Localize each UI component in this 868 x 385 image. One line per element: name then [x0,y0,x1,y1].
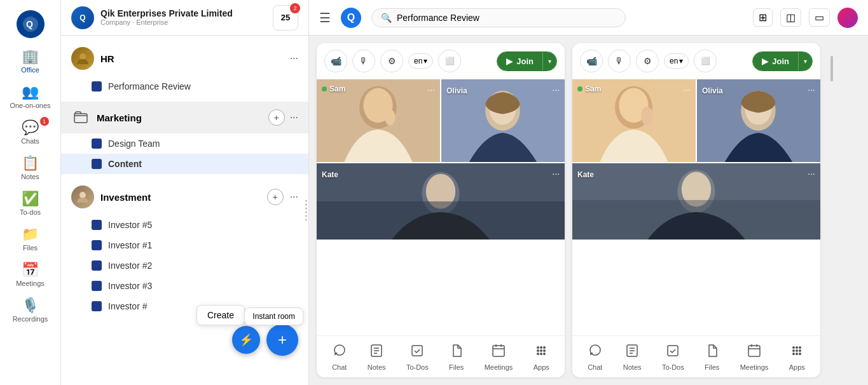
bottom-chat-2[interactable]: Chat [588,344,602,371]
search-input[interactable] [397,13,616,23]
bottom-todos-2[interactable]: To-Dos [662,344,684,371]
chats-icon: 💬 [22,119,39,136]
marketing-add-button[interactable]: + [268,109,285,126]
channel-investor3[interactable]: Investor #3 [61,276,308,296]
top-bar: ☰ Q 🔍 ⊞ ◫ ▭ [309,0,868,36]
mic-button-1[interactable]: 🎙 [352,50,375,72]
language-button-2[interactable]: en ▾ [664,53,689,69]
svg-rect-52 [748,346,760,356]
svg-point-63 [796,353,798,355]
bottom-files-2[interactable]: Files [705,344,719,371]
join-caret-1[interactable]: ▾ [542,52,556,71]
channel-performance-review[interactable]: Performance Review [61,76,308,97]
channel-design-team[interactable]: Design Team [61,133,308,154]
instant-room-button[interactable]: ⚡ [232,326,260,354]
video-cell-kate-1: Kate ··· [317,163,565,240]
investment-add-button[interactable]: + [267,189,284,205]
bottom-meetings-1[interactable]: Meetings [485,344,513,371]
marketing-group-name: Marketing [97,112,262,123]
captions-button-2[interactable]: ⬜ [694,50,717,72]
channel-name-investor2: Investor #2 [108,260,152,271]
channel-investor1[interactable]: Investor #1 [61,235,308,255]
investment-more-button[interactable]: ··· [290,191,298,203]
files-label-1: Files [449,363,464,371]
camera-icon-1: 📹 [331,56,341,66]
files-icon-1 [450,344,464,361]
kate-more-2[interactable]: ··· [808,168,815,179]
sam-more-2[interactable]: ··· [683,84,691,95]
video-grid-2: Sam ··· Olivia [572,79,820,335]
single-view-button[interactable]: ▭ [809,8,830,27]
office-icon: 🏢 [22,48,39,65]
app-logo[interactable]: Q [17,10,45,38]
bottom-meetings-2[interactable]: Meetings [740,344,769,371]
files-icon-2 [705,344,719,361]
nav-item-one-on-ones[interactable]: 👥 One-on-ones [2,79,59,114]
bottom-apps-1[interactable]: Apps [534,344,549,371]
rooms-area: 📹 🎙 ⚙ en ▾ ⬜ [309,36,868,385]
room-bottom-1: Chat Notes To-Dos [317,335,565,377]
mic-icon-1: 🎙 [359,56,368,66]
sidebar: Q Qik Enterprises Private Limited Compan… [61,0,309,385]
svg-point-27 [540,346,542,349]
svg-point-32 [537,353,539,355]
join-button-2[interactable]: ▶ Join [753,52,798,71]
nav-item-todos[interactable]: ✅ To-dos [2,186,59,221]
nav-label-one-on-ones: One-on-ones [10,102,50,109]
add-fab-button[interactable]: + [266,324,298,356]
join-caret-2[interactable]: ▾ [798,52,812,71]
olivia-more-1[interactable]: ··· [552,84,560,95]
channel-content[interactable]: Content [61,154,308,174]
bottom-notes-2[interactable]: Notes [623,344,642,371]
group-hr[interactable]: HR ··· [61,41,308,76]
svg-point-34 [543,353,546,355]
nav-item-files[interactable]: 📁 Files [2,221,59,257]
calendar-button[interactable]: 25 2 [273,5,298,30]
svg-point-4 [79,192,86,198]
join-button-1[interactable]: ▶ Join [497,52,542,71]
channel-name-performance-review: Performance Review [108,81,191,91]
sam-more-1[interactable]: ··· [427,84,435,95]
kate-more-1[interactable]: ··· [552,168,560,179]
captions-button-1[interactable]: ⬜ [438,50,461,72]
bottom-notes-1[interactable]: Notes [368,344,386,371]
bottom-apps-2[interactable]: Apps [789,344,805,371]
user-avatar[interactable] [837,8,858,28]
bottom-todos-1[interactable]: To-Dos [406,344,429,371]
channel-investor5[interactable]: Investor #5 [61,215,308,235]
hamburger-button[interactable]: ☰ [319,10,331,25]
marketing-more-button[interactable]: ··· [290,112,298,123]
settings-button-1[interactable]: ⚙ [380,50,403,72]
svg-rect-22 [493,346,504,356]
svg-point-61 [799,349,801,352]
channel-investor2[interactable]: Investor #2 [61,255,308,276]
channel-name-investor3: Investor #3 [108,281,152,291]
mic-button-2[interactable]: 🎙 [608,50,631,72]
chat-icon-1 [333,344,347,361]
company-logo: Q [71,6,94,29]
olivia-more-2[interactable]: ··· [808,84,815,95]
nav-item-meetings[interactable]: 📅 Meetings [2,257,59,292]
todos-label-2: To-Dos [662,363,684,371]
nav-item-office[interactable]: 🏢 Office [2,43,59,79]
settings-button-2[interactable]: ⚙ [636,50,659,72]
rooms-scrollbar[interactable] [828,43,833,377]
split-view-button[interactable]: ◫ [780,8,801,27]
bottom-files-1[interactable]: Files [449,344,464,371]
join-group-1: ▶ Join ▾ [497,51,557,71]
group-marketing[interactable]: Marketing + ··· [61,102,308,133]
nav-item-recordings[interactable]: 🎙️ Recordings [2,292,59,328]
grid-view-button[interactable]: ⊞ [753,8,773,27]
calendar-day: 25 [281,13,290,22]
bottom-chat-1[interactable]: Chat [332,344,347,371]
nav-item-chats[interactable]: 1 💬 Chats [2,114,59,150]
nav-label-office: Office [21,66,39,74]
channel-dot [92,301,102,311]
language-button-1[interactable]: en ▾ [408,53,433,69]
camera-button-1[interactable]: 📹 [324,50,347,72]
nav-item-notes[interactable]: 📋 Notes [2,150,59,186]
camera-button-2[interactable]: 📹 [580,50,603,72]
marketing-actions: + ··· [268,109,298,126]
hr-more-button[interactable]: ··· [290,53,298,64]
group-investment[interactable]: Investment + ··· [61,179,308,215]
